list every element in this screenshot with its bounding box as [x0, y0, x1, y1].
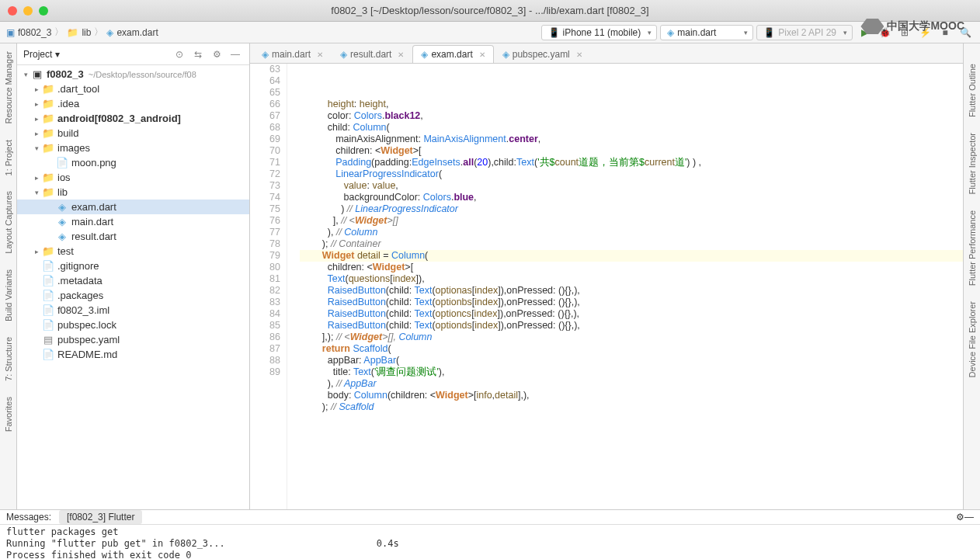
tree-item[interactable]: ▾📁images: [17, 141, 249, 155]
collapse-icon[interactable]: ⇆: [190, 49, 206, 60]
maximize-window-button[interactable]: [39, 6, 48, 16]
main-area: Resource Manager 1: Project Layout Captu…: [0, 43, 980, 509]
close-window-button[interactable]: [8, 6, 17, 16]
expand-arrow-icon[interactable]: ▸: [31, 174, 42, 182]
rail-build-variants[interactable]: Build Variants: [2, 265, 15, 326]
messages-output[interactable]: flutter packages get Running "flutter pu…: [0, 525, 980, 559]
code-line[interactable]: children: <Widget>[: [300, 145, 963, 157]
tree-item[interactable]: ▾📁lib: [17, 185, 249, 200]
code-line[interactable]: RaisedButton(child: Text(optionbs[index]…: [300, 297, 963, 308]
tree-item[interactable]: ◈result.dart: [17, 229, 249, 244]
close-tab-icon[interactable]: ✕: [317, 50, 323, 59]
code-line[interactable]: ], // <Widget>[]: [300, 215, 963, 227]
expand-arrow-icon[interactable]: ▸: [31, 100, 42, 108]
rail-flutter-inspector[interactable]: Flutter Inspector: [966, 128, 978, 199]
close-tab-icon[interactable]: ✕: [479, 50, 485, 59]
tree-item[interactable]: 📄pubspec.lock: [17, 318, 249, 332]
code-line[interactable]: child: Column(: [300, 122, 963, 134]
rail-device-explorer[interactable]: Device File Explorer: [966, 297, 978, 382]
tree-item[interactable]: ▸📁.idea: [17, 96, 249, 111]
project-panel-title: Project: [23, 49, 52, 60]
tree-item[interactable]: ◈exam.dart: [17, 200, 249, 214]
breadcrumb-file[interactable]: exam.dart: [116, 27, 158, 38]
tree-root[interactable]: ▾ ▣ f0802_3 ~/Desktop/lesson/source/f08: [17, 67, 249, 82]
code-line[interactable]: return Scaffold(: [300, 343, 963, 355]
fold-gutter: [287, 64, 300, 509]
breadcrumb-folder[interactable]: lib: [82, 27, 91, 38]
settings-icon[interactable]: ⚙: [209, 49, 224, 60]
editor-tab[interactable]: ◈main.dart✕: [253, 45, 332, 63]
messages-tab[interactable]: [f0802_3] Flutter: [59, 510, 142, 524]
code-line[interactable]: LinearProgressIndicator(: [300, 168, 963, 180]
hide-icon[interactable]: —: [964, 512, 974, 523]
code-line[interactable]: RaisedButton(child: Text(optioncs[index]…: [300, 308, 963, 320]
tree-item[interactable]: ◈main.dart: [17, 214, 249, 229]
editor-tab[interactable]: ◈exam.dart✕: [412, 45, 493, 63]
tree-item[interactable]: 📄.metadata: [17, 273, 249, 288]
code-line[interactable]: ), // Column: [300, 227, 963, 238]
expand-arrow-icon[interactable]: ▸: [31, 248, 42, 255]
locate-icon[interactable]: ⊙: [172, 49, 187, 60]
code-line[interactable]: value: value,: [300, 180, 963, 192]
code-line[interactable]: ) // LinearProgressIndicator: [300, 203, 963, 215]
device-selector[interactable]: 📱 iPhone 11 (mobile): [541, 25, 658, 40]
code-line[interactable]: RaisedButton(child: Text(optionas[index]…: [300, 285, 963, 297]
code-line[interactable]: appBar: AppBar(: [300, 355, 963, 366]
expand-arrow-icon[interactable]: ▾: [20, 71, 31, 78]
rail-flutter-outline[interactable]: Flutter Outline: [966, 59, 978, 122]
tree-item[interactable]: 📄.packages: [17, 288, 249, 303]
expand-arrow-icon[interactable]: ▾: [31, 144, 42, 152]
hide-icon[interactable]: —: [228, 49, 243, 60]
code-line[interactable]: ), // AppBar: [300, 378, 963, 390]
tree-item[interactable]: ▸📁android [f0802_3_android]: [17, 111, 249, 126]
rail-flutter-performance[interactable]: Flutter Performance: [966, 206, 978, 290]
code-line[interactable]: ],); // <Widget>[], Column: [300, 332, 963, 343]
code-line[interactable]: title: Text('调查问题测试'),: [300, 366, 963, 378]
tree-item[interactable]: ▸📁test: [17, 244, 249, 259]
tree-item[interactable]: ▤pubspec.yaml: [17, 332, 249, 347]
expand-arrow-icon[interactable]: ▸: [31, 85, 42, 93]
code-line[interactable]: Text(questions[index]),: [300, 273, 963, 285]
editor-tab[interactable]: ◈result.dart✕: [332, 45, 412, 63]
code-line[interactable]: color: Colors.black12,: [300, 110, 963, 122]
run-config-selector[interactable]: ◈ main.dart: [660, 25, 753, 40]
code-line[interactable]: mainAxisAlignment: MainAxisAlignment.cen…: [300, 134, 963, 145]
code-line[interactable]: RaisedButton(child: Text(optionds[index]…: [300, 320, 963, 332]
code-line[interactable]: ); // Container: [300, 238, 963, 250]
expand-arrow-icon[interactable]: ▾: [31, 189, 42, 196]
gear-icon[interactable]: ⚙: [956, 512, 964, 523]
rail-project[interactable]: 1: Project: [2, 135, 15, 180]
editor-body[interactable]: 6364656667686970717273747576777879808182…: [250, 64, 963, 509]
tree-item[interactable]: ▸📁ios: [17, 170, 249, 185]
code-line[interactable]: body: Column(children: <Widget>[info,det…: [300, 390, 963, 401]
tree-item[interactable]: 📄README.md: [17, 347, 249, 362]
tree-item[interactable]: ▸📁build: [17, 126, 249, 141]
breadcrumb-project[interactable]: f0802_3: [18, 27, 51, 38]
tree-item[interactable]: 📄f0802_3.iml: [17, 303, 249, 318]
tree-item[interactable]: ▸📁.dart_tool: [17, 82, 249, 96]
emulator-selector[interactable]: 📱 Pixel 2 API 29: [756, 25, 853, 40]
expand-arrow-icon[interactable]: ▸: [31, 115, 42, 123]
code-line[interactable]: ); // Scaffold: [300, 401, 963, 413]
code-line[interactable]: Widget detail = Column(: [300, 250, 963, 262]
expand-arrow-icon[interactable]: ▸: [31, 130, 42, 137]
dropdown-icon[interactable]: ▾: [55, 49, 60, 60]
tree-item-label: test: [57, 245, 74, 257]
phone-icon: 📱: [763, 27, 775, 38]
close-tab-icon[interactable]: ✕: [398, 50, 404, 59]
code-line[interactable]: Padding(padding:EdgeInsets.all(20),child…: [300, 157, 963, 168]
code-line[interactable]: height: height,: [300, 99, 963, 110]
tab-label: result.dart: [350, 49, 391, 60]
rail-layout-captures[interactable]: Layout Captures: [2, 186, 15, 259]
code-line[interactable]: backgroundColor: Colors.blue,: [300, 192, 963, 203]
minimize-window-button[interactable]: [23, 6, 33, 16]
tree-item[interactable]: 📄moon.png: [17, 155, 249, 170]
rail-favorites[interactable]: Favorites: [2, 392, 15, 436]
editor-tab[interactable]: ◈pubspec.yaml✕: [494, 45, 591, 63]
close-tab-icon[interactable]: ✕: [576, 50, 582, 59]
code-content[interactable]: height: height, color: Colors.black12, c…: [300, 64, 963, 509]
rail-structure[interactable]: 7: Structure: [2, 332, 15, 386]
tree-item[interactable]: 📄.gitignore: [17, 259, 249, 273]
code-line[interactable]: children: <Widget>[: [300, 262, 963, 273]
rail-resource-manager[interactable]: Resource Manager: [2, 47, 15, 129]
